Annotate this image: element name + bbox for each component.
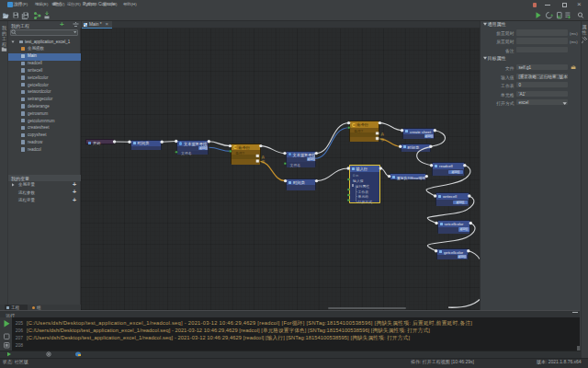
- svg-text:假: 假: [262, 160, 266, 164]
- svg-text:真: 真: [381, 132, 385, 136]
- svg-text:假: 假: [381, 138, 385, 142]
- svg-text:真: 真: [262, 155, 266, 159]
